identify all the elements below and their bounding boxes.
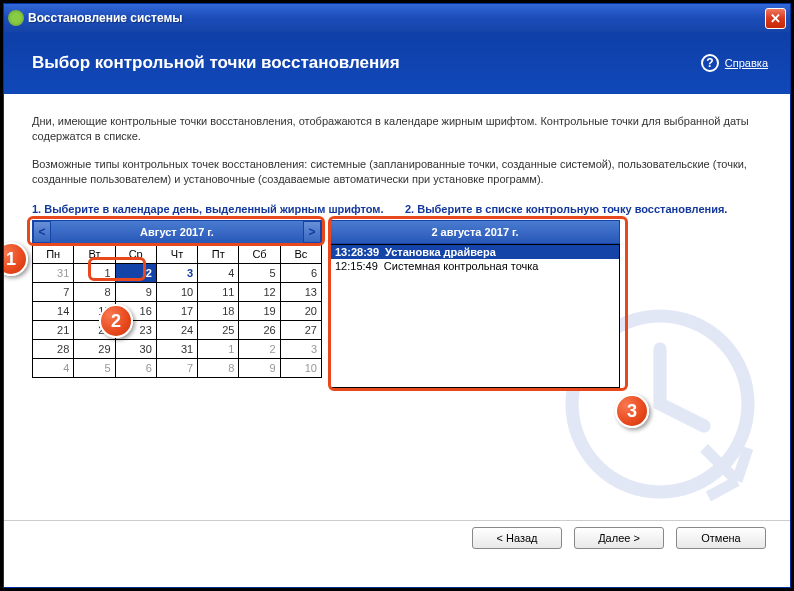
header: Выбор контрольной точки восстановления ?… — [4, 32, 790, 94]
calendar-cell[interactable]: 5 — [74, 358, 115, 377]
restore-point-label: Системная контрольная точка — [384, 260, 539, 272]
calendar-cell[interactable]: 9 — [239, 358, 280, 377]
calendar-day-header: Пт — [198, 244, 239, 263]
calendar-cell[interactable]: 4 — [198, 263, 239, 282]
calendar-cell[interactable]: 24 — [156, 320, 197, 339]
calendar-day-header: Вт — [74, 244, 115, 263]
help-link[interactable]: Справка — [725, 57, 768, 69]
annotation-3: 3 — [615, 394, 649, 428]
calendar-cell[interactable]: 21 — [33, 320, 74, 339]
list-header: 2 августа 2017 г. — [330, 220, 620, 244]
cancel-button[interactable]: Отмена — [676, 527, 766, 549]
calendar-cell[interactable]: 3 — [280, 339, 321, 358]
calendar-cell[interactable]: 10 — [280, 358, 321, 377]
calendar-cell[interactable]: 26 — [239, 320, 280, 339]
titlebar[interactable]: Восстановление системы ✕ — [4, 4, 790, 32]
calendar-cell[interactable]: 11 — [198, 282, 239, 301]
calendar-cell[interactable]: 19 — [239, 301, 280, 320]
calendar-cell[interactable]: 6 — [115, 358, 156, 377]
restore-point-label: Установка драйвера — [385, 246, 496, 258]
calendar-cell[interactable]: 12 — [239, 282, 280, 301]
calendar-day-header: Пн — [33, 244, 74, 263]
calendar-cell[interactable]: 2 — [115, 263, 156, 282]
calendar-cell[interactable]: 4 — [33, 358, 74, 377]
calendar-cell[interactable]: 27 — [280, 320, 321, 339]
prev-month-button[interactable]: < — [33, 221, 51, 243]
calendar-cell[interactable]: 5 — [239, 263, 280, 282]
calendar-month: Август 2017 г. — [51, 226, 303, 238]
calendar-cell[interactable]: 3 — [156, 263, 197, 282]
restore-points-panel: 2 августа 2017 г. 13:28:39Установка драй… — [330, 220, 620, 388]
restore-point-item[interactable]: 12:15:49Системная контрольная точка — [331, 259, 619, 273]
step1-label: 1. Выберите в календаре день, выделенный… — [32, 202, 389, 216]
calendar-cell[interactable]: 2 — [239, 339, 280, 358]
calendar-cell[interactable]: 1 — [74, 263, 115, 282]
calendar-panel: < Август 2017 г. > ПнВтСрЧтПтСбВс 311234… — [32, 220, 322, 388]
calendar-cell[interactable]: 8 — [74, 282, 115, 301]
calendar-cell[interactable]: 14 — [33, 301, 74, 320]
intro-text-2: Возможные типы контрольных точек восстан… — [32, 157, 762, 188]
calendar-cell[interactable]: 31 — [156, 339, 197, 358]
calendar-cell[interactable]: 10 — [156, 282, 197, 301]
calendar-cell[interactable]: 17 — [156, 301, 197, 320]
restore-point-time: 13:28:39 — [335, 246, 379, 258]
wizard-footer: < Назад Далее > Отмена — [4, 520, 790, 554]
restore-points-list[interactable]: 13:28:39Установка драйвера12:15:49Систем… — [330, 244, 620, 388]
list-date: 2 августа 2017 г. — [331, 226, 619, 238]
calendar-cell[interactable]: 6 — [280, 263, 321, 282]
restore-point-item[interactable]: 13:28:39Установка драйвера — [331, 245, 619, 259]
next-button[interactable]: Далее > — [574, 527, 664, 549]
calendar-header: < Август 2017 г. > — [32, 220, 322, 244]
calendar-day-header: Чт — [156, 244, 197, 263]
content: Дни, имеющие контрольные точки восстанов… — [4, 94, 790, 554]
calendar-cell[interactable]: 25 — [198, 320, 239, 339]
step2-label: 2. Выберите в списке контрольную точку в… — [405, 202, 762, 216]
calendar-day-header: Сб — [239, 244, 280, 263]
help-icon[interactable]: ? — [701, 54, 719, 72]
annotation-1: 1 — [4, 242, 28, 276]
page-title: Выбор контрольной точки восстановления — [32, 53, 400, 73]
next-month-button[interactable]: > — [303, 221, 321, 243]
calendar-day-header: Вс — [280, 244, 321, 263]
calendar-cell[interactable]: 28 — [33, 339, 74, 358]
calendar-day-header: Ср — [115, 244, 156, 263]
app-icon — [8, 10, 24, 26]
back-button[interactable]: < Назад — [472, 527, 562, 549]
window-title: Восстановление системы — [28, 11, 765, 25]
calendar-cell[interactable]: 13 — [280, 282, 321, 301]
calendar-cell[interactable]: 20 — [280, 301, 321, 320]
calendar-cell[interactable]: 7 — [156, 358, 197, 377]
calendar-cell[interactable]: 7 — [33, 282, 74, 301]
calendar-cell[interactable]: 18 — [198, 301, 239, 320]
calendar-cell[interactable]: 9 — [115, 282, 156, 301]
calendar-cell[interactable]: 29 — [74, 339, 115, 358]
calendar-grid[interactable]: ПнВтСрЧтПтСбВс 3112345678910111213141516… — [32, 244, 322, 378]
annotation-2: 2 — [99, 304, 133, 338]
close-icon[interactable]: ✕ — [765, 8, 786, 29]
calendar-cell[interactable]: 31 — [33, 263, 74, 282]
calendar-cell[interactable]: 1 — [198, 339, 239, 358]
help-area: ? Справка — [701, 54, 768, 72]
restore-point-time: 12:15:49 — [335, 260, 378, 272]
window: Восстановление системы ✕ Выбор контрольн… — [3, 3, 791, 588]
calendar-cell[interactable]: 8 — [198, 358, 239, 377]
intro-text-1: Дни, имеющие контрольные точки восстанов… — [32, 114, 762, 145]
calendar-cell[interactable]: 30 — [115, 339, 156, 358]
